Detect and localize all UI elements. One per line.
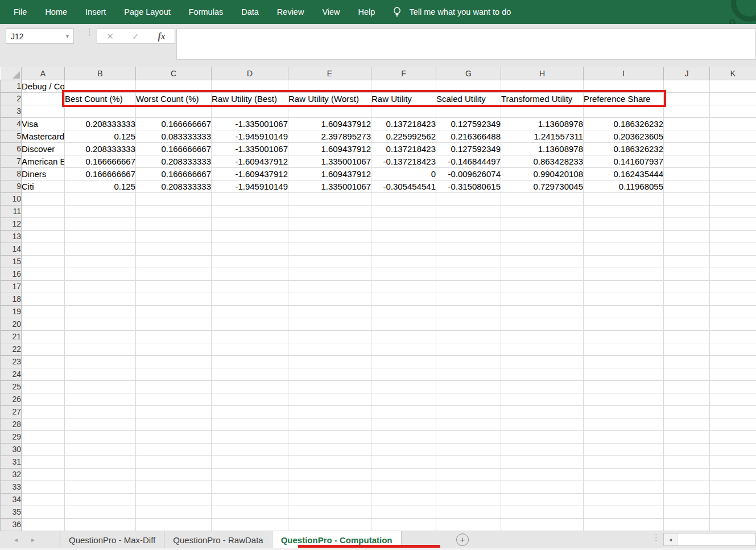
- cell[interactable]: [664, 155, 710, 167]
- cell[interactable]: [371, 280, 436, 293]
- cell[interactable]: -1.335001067: [212, 117, 288, 130]
- cell[interactable]: [212, 506, 288, 518]
- cell[interactable]: [436, 481, 501, 493]
- cell[interactable]: [710, 506, 756, 518]
- cell[interactable]: [371, 493, 436, 506]
- name-box[interactable]: J12 ▾: [6, 28, 74, 44]
- cell[interactable]: [371, 80, 436, 92]
- cell[interactable]: [710, 380, 756, 393]
- cell[interactable]: [136, 418, 212, 430]
- cell[interactable]: [436, 293, 501, 305]
- cell[interactable]: [136, 230, 212, 243]
- cell[interactable]: [436, 318, 501, 330]
- cell[interactable]: [501, 343, 584, 355]
- cell[interactable]: [501, 280, 584, 293]
- cell[interactable]: [288, 355, 371, 368]
- cell[interactable]: -0.137218423: [371, 155, 436, 167]
- row-header-33[interactable]: 33: [1, 481, 22, 493]
- cell[interactable]: [710, 268, 756, 280]
- cell[interactable]: [371, 192, 436, 205]
- cell[interactable]: [136, 506, 212, 518]
- row-header-8[interactable]: 8: [1, 167, 22, 180]
- cell[interactable]: [710, 405, 756, 418]
- cell[interactable]: [371, 293, 436, 305]
- cell[interactable]: [288, 481, 371, 493]
- cell[interactable]: [584, 230, 664, 243]
- cell[interactable]: [584, 305, 664, 318]
- cell[interactable]: [212, 430, 288, 443]
- cell[interactable]: [710, 443, 756, 455]
- cell[interactable]: [288, 230, 371, 243]
- name-box-dropdown-icon[interactable]: ▾: [66, 33, 69, 39]
- ribbon-tab-file[interactable]: File: [5, 0, 36, 24]
- cell[interactable]: [65, 518, 136, 531]
- row-header-25[interactable]: 25: [1, 380, 22, 393]
- cell[interactable]: [664, 80, 710, 92]
- cell[interactable]: [136, 343, 212, 355]
- row-header-35[interactable]: 35: [1, 506, 22, 518]
- cell[interactable]: [501, 430, 584, 443]
- cell[interactable]: [664, 343, 710, 355]
- cell[interactable]: [65, 268, 136, 280]
- cell[interactable]: [501, 192, 584, 205]
- cell[interactable]: [710, 192, 756, 205]
- cell[interactable]: [664, 518, 710, 531]
- cell[interactable]: 0.186326232: [584, 117, 664, 130]
- row-header-36[interactable]: 36: [1, 518, 22, 531]
- cell[interactable]: [212, 393, 288, 405]
- cell[interactable]: [501, 268, 584, 280]
- cell[interactable]: [136, 443, 212, 455]
- cell[interactable]: [371, 443, 436, 455]
- cell[interactable]: [22, 368, 65, 380]
- cell[interactable]: -1.945910149: [212, 180, 288, 192]
- cell[interactable]: Debug / Computation Values: [22, 80, 65, 92]
- cell[interactable]: [288, 455, 371, 468]
- cell[interactable]: [436, 80, 501, 92]
- cell[interactable]: [212, 255, 288, 268]
- cell[interactable]: [212, 293, 288, 305]
- cell[interactable]: [710, 293, 756, 305]
- row-header-23[interactable]: 23: [1, 355, 22, 368]
- cell[interactable]: [22, 493, 65, 506]
- cell[interactable]: [584, 455, 664, 468]
- cell[interactable]: [436, 405, 501, 418]
- tell-me-search[interactable]: Tell me what you want to do: [392, 6, 511, 18]
- cell[interactable]: [288, 205, 371, 217]
- sheet-tab-questionpro-computation[interactable]: QuestionPro - Computation: [272, 531, 402, 548]
- cell[interactable]: -0.146844497: [436, 155, 501, 167]
- cell[interactable]: [65, 443, 136, 455]
- cell[interactable]: [136, 305, 212, 318]
- cell[interactable]: [664, 318, 710, 330]
- row-header-9[interactable]: 9: [1, 180, 22, 192]
- cell[interactable]: [664, 230, 710, 243]
- row-header-16[interactable]: 16: [1, 268, 22, 280]
- cell[interactable]: [436, 268, 501, 280]
- cell[interactable]: [288, 430, 371, 443]
- cell[interactable]: 1.609437912: [288, 142, 371, 155]
- cell[interactable]: [371, 468, 436, 481]
- cell[interactable]: [664, 455, 710, 468]
- enter-icon[interactable]: ✓: [132, 31, 139, 42]
- row-header-1[interactable]: 1: [1, 80, 22, 92]
- cell[interactable]: [136, 330, 212, 343]
- column-header-D[interactable]: D: [212, 67, 288, 80]
- cell[interactable]: [371, 368, 436, 380]
- cell[interactable]: [22, 268, 65, 280]
- cell[interactable]: [501, 443, 584, 455]
- select-all-corner[interactable]: [1, 67, 22, 80]
- cell[interactable]: [22, 293, 65, 305]
- cell[interactable]: [436, 518, 501, 531]
- cell[interactable]: [501, 518, 584, 531]
- add-sheet-button[interactable]: +: [456, 533, 469, 546]
- cell[interactable]: [501, 493, 584, 506]
- cell[interactable]: [22, 506, 65, 518]
- cell[interactable]: [584, 105, 664, 117]
- cell[interactable]: [436, 230, 501, 243]
- cell[interactable]: [65, 305, 136, 318]
- cell[interactable]: [288, 305, 371, 318]
- cell[interactable]: [371, 330, 436, 343]
- cell[interactable]: [65, 418, 136, 430]
- cell[interactable]: [288, 468, 371, 481]
- cell[interactable]: [436, 455, 501, 468]
- cell[interactable]: 1.335001067: [288, 155, 371, 167]
